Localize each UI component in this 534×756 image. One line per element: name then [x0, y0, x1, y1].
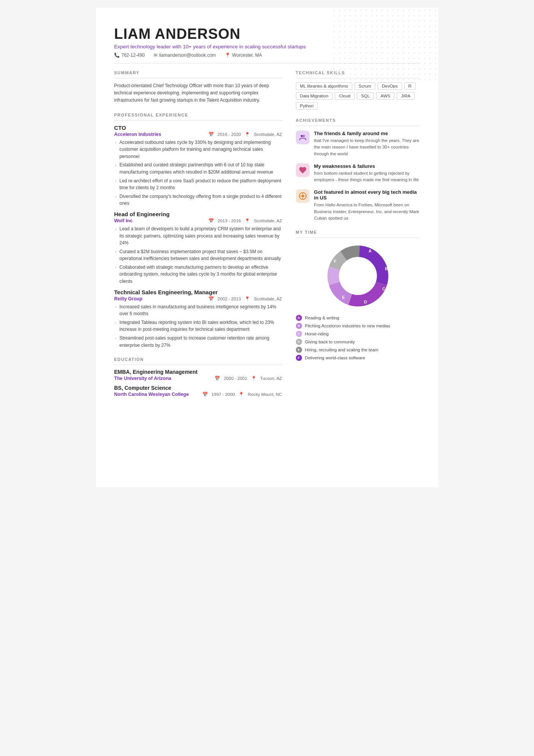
edu-dates-loc-1: 📅 1997 - 2000 📍 Rocky Mount, NC: [202, 392, 282, 397]
job-company-1: Wolf Inc: [114, 218, 132, 223]
achievement-icon-2: [296, 189, 310, 203]
legend-dot-d: D: [296, 339, 302, 345]
svg-point-2: [300, 135, 303, 137]
legend-label-b: Pitching Acceloron industries to new med…: [305, 324, 390, 328]
email-info: ✉ liamanderson@outlook.com: [154, 53, 216, 58]
experience-title: PROFESSIONAL EXPERIENCE: [114, 113, 282, 117]
legend-item-c: C Horse-riding: [296, 331, 420, 337]
legend-item-a: A Reading & writing: [296, 315, 420, 321]
job-item-1: Head of Engineering Wolf Inc 📅 2013 - 20…: [114, 211, 282, 285]
legend-dot-a: A: [296, 315, 302, 321]
donut-hole: [340, 258, 376, 294]
phone-info: 📞 762-12-490: [114, 53, 145, 58]
achievement-text-2: Got featured in almost every big tech me…: [314, 189, 420, 222]
achievement-title-2: Got featured in almost every big tech me…: [314, 189, 420, 201]
calendar-icon-0: 📅: [208, 132, 214, 137]
bullet-item: Integrated Tableau reporting system into…: [114, 319, 282, 333]
job-bullets-0: Accelerated outbound sales cycle by 330%…: [114, 139, 282, 207]
job-dates-loc-1: 📅 2013 - 2016 📍 Scottsdale, AZ: [208, 218, 282, 223]
experience-section: PROFESSIONAL EXPERIENCE CTO Acceleron In…: [114, 113, 282, 349]
edu-degree-0: EMBA, Engineering Management: [114, 369, 282, 375]
bullet-item: Lead a team of developers to build a pro…: [114, 225, 282, 247]
school-item-1: BS, Computer Science North Carolina Wesl…: [114, 385, 282, 397]
job-meta-2: Reilly Group 📅 2002 - 2013 📍 Scottsdale,…: [114, 296, 282, 301]
edu-school-1: North Carolina Wesleyan College: [114, 392, 189, 397]
bullet-item: Streamlined post-sales support to increa…: [114, 335, 282, 349]
skill-tag-6: SQL: [357, 92, 374, 100]
job-meta-1: Wolf Inc 📅 2013 - 2016 📍 Scottsdale, AZ: [114, 218, 282, 223]
calendar-icon-2: 📅: [208, 296, 214, 301]
cal-icon-edu-1: 📅: [202, 392, 208, 397]
edu-dates-0: 2000 - 2001: [224, 376, 247, 381]
pin-icon-2: 📍: [245, 296, 250, 301]
skill-tag-4: Data Migration: [296, 92, 333, 100]
job-dates-1: 2013 - 2016: [218, 219, 241, 223]
summary-title: SUMMARY: [114, 70, 282, 75]
legend-item-b: B Pitching Acceloron industries to new m…: [296, 323, 420, 329]
pin-icon-edu-1: 📍: [238, 392, 244, 397]
achievement-desc-2: From Hello America to Forbes, Microsoft …: [314, 202, 420, 222]
achievement-text-0: The friends & family around me that I've…: [314, 131, 420, 157]
cal-icon-edu-0: 📅: [215, 376, 220, 381]
legend-dot-f: F: [296, 355, 302, 361]
decorative-dots: [332, 8, 438, 84]
bullet-item: Accelerated outbound sales cycle by 330%…: [114, 139, 282, 160]
legend-label-c: Horse-riding: [305, 332, 329, 336]
label-d: D: [364, 300, 367, 304]
school-item-0: EMBA, Engineering Management The Univers…: [114, 369, 282, 381]
achievements-title: ACHIEVEMENTS: [296, 118, 420, 123]
bullet-item: Collaborated with strategic manufacturin…: [114, 264, 282, 285]
job-dates-0: 2016 - 2020: [218, 132, 241, 137]
legend-label-e: Hiring, recruiting and scaling the team: [305, 348, 378, 352]
bullet-item: Curated a $2M business implementation pr…: [114, 248, 282, 262]
svg-rect-1: [332, 8, 438, 84]
achievement-icon-1: [296, 163, 310, 177]
left-column: SUMMARY Product-orientated Chief Technol…: [114, 70, 282, 405]
donut-chart: A B C D E F: [324, 242, 392, 310]
achievement-item-2: Got featured in almost every big tech me…: [296, 189, 420, 222]
skill-tag-7: AWS: [376, 92, 394, 100]
legend-dot-b: B: [296, 323, 302, 329]
label-e: E: [342, 295, 345, 300]
pin-icon-0: 📍: [245, 132, 250, 137]
achievement-title-1: My weaknesses & failures: [314, 163, 420, 169]
job-item-0: CTO Acceleron Industries 📅 2016 - 2020 📍…: [114, 124, 282, 207]
pin-icon-edu-0: 📍: [251, 376, 256, 381]
job-dates-2: 2002 - 2013: [218, 297, 241, 301]
calendar-icon-1: 📅: [208, 218, 214, 223]
job-location-1: Scottsdale, AZ: [254, 219, 282, 223]
location-icon: 📍: [225, 53, 230, 58]
legend-label-a: Reading & writing: [305, 316, 339, 320]
legend-dot-c: C: [296, 331, 302, 337]
label-c: C: [382, 287, 385, 291]
my-time-divider: [296, 238, 420, 238]
summary-divider: [114, 78, 282, 78]
summary-section: SUMMARY Product-orientated Chief Technol…: [114, 70, 282, 104]
summary-text: Product-orientated Chief Technology Offi…: [114, 82, 282, 104]
job-bullets-1: Lead a team of developers to build a pro…: [114, 225, 282, 285]
edu-location-1: Rocky Mount, NC: [248, 392, 282, 397]
job-title-2: Technical Sales Engineering, Manager: [114, 289, 282, 295]
skills-grid: ML libraries & algorithms Scrum DevOps R…: [296, 82, 420, 110]
job-company-2: Reilly Group: [114, 296, 142, 301]
achievements-section: ACHIEVEMENTS The friends & family around…: [296, 118, 420, 222]
achievement-title-0: The friends & family around me: [314, 131, 420, 136]
label-f: F: [334, 259, 336, 263]
job-dates-loc-2: 📅 2002 - 2013 📍 Scottsdale, AZ: [208, 296, 282, 301]
two-col-layout: SUMMARY Product-orientated Chief Technol…: [114, 70, 420, 405]
email-icon: ✉: [154, 53, 157, 58]
time-legend: A Reading & writing B Pitching Acceloron…: [296, 315, 420, 361]
label-b: B: [385, 266, 388, 271]
donut-chart-container: A B C D E F: [296, 242, 420, 310]
achievement-desc-0: that I've managed to keep through the ye…: [314, 137, 420, 157]
legend-dot-e: E: [296, 347, 302, 353]
bullet-item: Established and curated strategic partne…: [114, 161, 282, 175]
edu-meta-1: North Carolina Wesleyan College 📅 1997 -…: [114, 392, 282, 397]
education-divider: [114, 365, 282, 365]
education-title: EDUCATION: [114, 357, 282, 362]
edu-school-0: The University of Arizona: [114, 376, 171, 381]
achievement-item-1: My weaknesses & failures from bottom-ran…: [296, 163, 420, 183]
achievement-item-0: The friends & family around me that I've…: [296, 131, 420, 157]
svg-point-5: [301, 195, 304, 198]
bullet-item: Increased sales in manufacturing and bus…: [114, 303, 282, 317]
